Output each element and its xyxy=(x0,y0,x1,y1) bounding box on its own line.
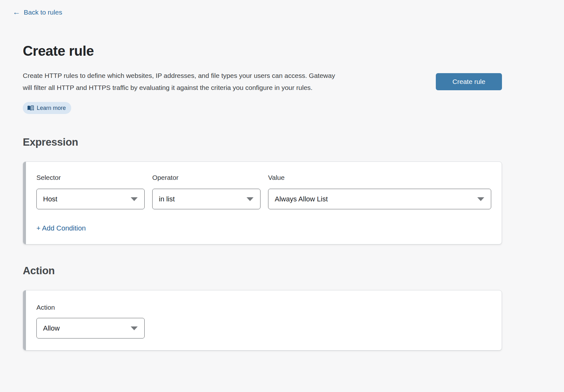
chevron-down-icon xyxy=(131,326,138,330)
create-rule-button[interactable]: Create rule xyxy=(436,73,502,90)
selector-dropdown[interactable]: Host xyxy=(36,189,145,209)
operator-field: Operator in list xyxy=(152,174,260,209)
back-arrow-icon: ← xyxy=(13,8,20,16)
operator-dropdown-value: in list xyxy=(159,195,175,203)
selector-label: Selector xyxy=(36,174,145,181)
card-accent-bar xyxy=(23,290,26,350)
selector-field: Selector Host xyxy=(36,174,145,209)
expression-heading: Expression xyxy=(23,136,502,148)
header-row: Create HTTP rules to define which websit… xyxy=(23,70,502,114)
book-icon xyxy=(27,105,34,111)
action-field: Action Allow xyxy=(36,304,145,338)
chevron-down-icon xyxy=(477,197,484,201)
page-description: Create HTTP rules to define which websit… xyxy=(23,70,342,94)
expression-card-body: Selector Host Operator in list Value xyxy=(23,162,502,244)
chevron-down-icon xyxy=(131,197,138,201)
action-card: Action Allow xyxy=(23,290,502,351)
add-condition-link[interactable]: + Add Condition xyxy=(36,224,86,232)
action-label: Action xyxy=(36,304,145,311)
value-label: Value xyxy=(268,174,491,181)
back-link-label: Back to rules xyxy=(24,9,62,16)
selector-dropdown-value: Host xyxy=(43,195,57,203)
expression-card: Selector Host Operator in list Value xyxy=(23,161,502,244)
expression-fields-row: Selector Host Operator in list Value xyxy=(36,174,491,209)
learn-more-label: Learn more xyxy=(37,105,66,111)
header-left: Create HTTP rules to define which websit… xyxy=(23,70,342,114)
card-accent-bar xyxy=(23,162,26,244)
operator-label: Operator xyxy=(152,174,260,181)
action-dropdown[interactable]: Allow xyxy=(36,318,145,338)
action-heading: Action xyxy=(23,265,502,277)
create-rule-page: ← Back to rules Create rule Create HTTP … xyxy=(23,0,502,351)
page-title: Create rule xyxy=(23,43,502,59)
value-dropdown-value: Always Allow List xyxy=(275,195,328,203)
operator-dropdown[interactable]: in list xyxy=(152,189,260,209)
learn-more-badge[interactable]: Learn more xyxy=(23,102,71,114)
action-card-body: Action Allow xyxy=(23,290,502,350)
chevron-down-icon xyxy=(247,197,254,201)
action-dropdown-value: Allow xyxy=(43,324,60,332)
back-to-rules-link[interactable]: ← Back to rules xyxy=(13,9,62,16)
value-dropdown[interactable]: Always Allow List xyxy=(268,189,491,209)
value-field: Value Always Allow List xyxy=(268,174,491,209)
